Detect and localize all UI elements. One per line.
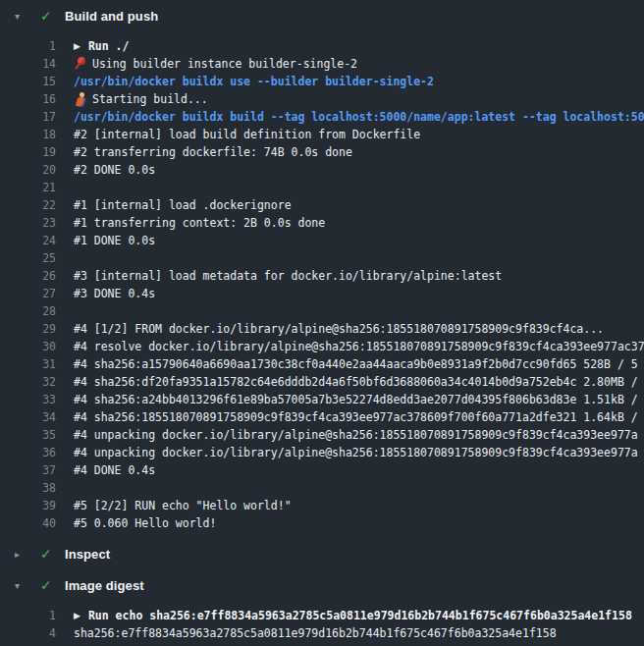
log-line: 30#4 resolve docker.io/library/alpine@sh…	[0, 338, 644, 355]
line-number[interactable]: 20	[0, 161, 74, 179]
line-number[interactable]: 36	[0, 444, 74, 461]
section-image-digest: ▾✓Image digest1▶Run echo sha256:e7ff8834…	[0, 569, 644, 646]
log-line: 20#2 DONE 0.0s	[0, 161, 644, 179]
success-check-icon: ✓	[40, 577, 54, 593]
section-header-image-digest[interactable]: ▾✓Image digest	[0, 569, 644, 601]
group-expander-icon[interactable]: ▶	[74, 37, 80, 55]
log-line: 24#1 DONE 0.0s	[0, 232, 644, 249]
line-number[interactable]: 25	[0, 249, 74, 267]
line-number[interactable]: 28	[0, 302, 74, 320]
log-line: 35#4 unpacking docker.io/library/alpine@…	[0, 426, 644, 444]
log-line: 18#2 [internal] load build definition fr…	[0, 126, 644, 143]
log-text: Run ./	[88, 37, 130, 55]
log-text: #4 resolve docker.io/library/alpine@sha2…	[74, 338, 644, 355]
log-text: sha256:e7ff8834a5963a2785c5a0811e979d16b…	[74, 624, 557, 642]
section-title: Inspect	[65, 547, 110, 562]
log-body-build-and-push: 1▶Run ./14Using builder instance builder…	[0, 31, 644, 538]
log-line: 15/usr/bin/docker buildx use --builder b…	[0, 73, 644, 90]
line-number[interactable]: 27	[0, 285, 74, 302]
log-text: #1 [internal] load .dockerignore	[74, 196, 292, 214]
section-header-inspect[interactable]: ▸✓Inspect	[0, 538, 644, 569]
line-number[interactable]: 16	[0, 90, 74, 108]
log-text: #4 sha256:df20fa9351a15782c64e6dddb2d4a6…	[74, 373, 638, 391]
line-number[interactable]: 26	[0, 267, 74, 285]
line-number[interactable]: 17	[0, 108, 74, 126]
log-text: #2 DONE 0.0s	[74, 161, 155, 179]
log-text: #2 transferring dockerfile: 74B 0.0s don…	[74, 143, 352, 161]
line-number[interactable]: 38	[0, 479, 74, 497]
log-line: 34#4 sha256:185518070891758909c9f839cf4c…	[0, 408, 644, 426]
log-text: /usr/bin/docker buildx build --tag local…	[74, 108, 644, 126]
line-number[interactable]: 29	[0, 320, 74, 338]
line-number[interactable]: 23	[0, 214, 74, 232]
log-text: #4 sha256:a24bb4013296f61e89ba57005a7b3e…	[74, 391, 638, 408]
line-number[interactable]: 14	[0, 55, 74, 73]
chevron-right-icon[interactable]: ▸	[15, 549, 27, 560]
line-number[interactable]: 1	[0, 37, 74, 55]
log-line: 1▶Run ./	[0, 37, 644, 55]
line-number[interactable]: 30	[0, 338, 74, 355]
log-text: #4 sha256:185518070891758909c9f839cf4ca3…	[74, 408, 638, 426]
line-number[interactable]: 15	[0, 73, 74, 90]
log-line: 17/usr/bin/docker buildx build --tag loc…	[0, 108, 644, 126]
log-line: 39#5 [2/2] RUN echo "Hello world!"	[0, 497, 644, 514]
line-number[interactable]: 31	[0, 355, 74, 373]
log-text: #1 DONE 0.0s	[74, 232, 155, 249]
log-line: 23#1 transferring context: 2B 0.0s done	[0, 214, 644, 232]
log-line: 1▶Run echo sha256:e7ff8834a5963a2785c5a0…	[0, 607, 644, 624]
log-line: 36#4 unpacking docker.io/library/alpine@…	[0, 444, 644, 461]
log-line: 33#4 sha256:a24bb4013296f61e89ba57005a7b…	[0, 391, 644, 408]
log-text: #4 unpacking docker.io/library/alpine@sh…	[74, 444, 638, 461]
runner-icon	[74, 92, 87, 106]
log-line: 27#3 DONE 0.4s	[0, 285, 644, 302]
log-text: #4 [1/2] FROM docker.io/library/alpine@s…	[74, 320, 604, 338]
log-line: 38	[0, 479, 644, 497]
chevron-down-icon[interactable]: ▾	[15, 11, 27, 22]
line-number[interactable]: 34	[0, 408, 74, 426]
line-number[interactable]: 37	[0, 461, 74, 479]
line-number[interactable]: 22	[0, 196, 74, 214]
log-text: #4 sha256:a15790640a6690aa1730c38cf0a440…	[74, 355, 638, 373]
line-number[interactable]: 39	[0, 497, 74, 514]
group-expander-icon[interactable]: ▶	[74, 607, 80, 624]
line-number[interactable]: 40	[0, 514, 74, 532]
log-line: 40#5 0.060 Hello world!	[0, 514, 644, 532]
log-line: 22#1 [internal] load .dockerignore	[0, 196, 644, 214]
log-line: 25	[0, 249, 644, 267]
success-check-icon: ✓	[40, 546, 54, 562]
log-text: Using builder instance builder-single-2	[92, 55, 357, 73]
log-line: 4sha256:e7ff8834a5963a2785c5a0811e979d16…	[0, 624, 644, 642]
chevron-down-icon[interactable]: ▾	[15, 580, 27, 591]
log-body-image-digest: 1▶Run echo sha256:e7ff8834a5963a2785c5a0…	[0, 601, 644, 646]
log-text: /usr/bin/docker buildx use --builder bui…	[74, 73, 434, 90]
line-number[interactable]: 18	[0, 126, 74, 143]
line-number[interactable]: 4	[0, 624, 74, 642]
log-line: 21	[0, 179, 644, 196]
line-number[interactable]: 33	[0, 391, 74, 408]
log-text: #3 DONE 0.4s	[74, 285, 155, 302]
section-build-and-push: ▾✓Build and push1▶Run ./14Using builder …	[0, 0, 644, 538]
line-number[interactable]: 19	[0, 143, 74, 161]
line-number[interactable]: 21	[0, 179, 74, 196]
log-text: #4 DONE 0.4s	[74, 461, 155, 479]
log-text: #3 [internal] load metadata for docker.i…	[74, 267, 502, 285]
log-text: #1 transferring context: 2B 0.0s done	[74, 214, 325, 232]
log-line: 28	[0, 302, 644, 320]
line-number[interactable]: 1	[0, 607, 74, 624]
actions-log-viewer: ▾✓Build and push1▶Run ./14Using builder …	[0, 0, 644, 646]
log-line: 14Using builder instance builder-single-…	[0, 55, 644, 73]
pushpin-icon	[74, 57, 87, 71]
line-number[interactable]: 24	[0, 232, 74, 249]
log-text: #4 unpacking docker.io/library/alpine@sh…	[74, 426, 638, 444]
log-text: #5 0.060 Hello world!	[74, 514, 216, 532]
log-line: 32#4 sha256:df20fa9351a15782c64e6dddb2d4…	[0, 373, 644, 391]
line-number[interactable]: 35	[0, 426, 74, 444]
log-text: Run echo sha256:e7ff8834a5963a2785c5a081…	[88, 607, 632, 624]
line-number[interactable]: 32	[0, 373, 74, 391]
section-header-build-and-push[interactable]: ▾✓Build and push	[0, 0, 644, 31]
log-line: 37#4 DONE 0.4s	[0, 461, 644, 479]
log-text: #2 [internal] load build definition from…	[74, 126, 420, 143]
section-inspect: ▸✓Inspect	[0, 538, 644, 569]
log-line: 19#2 transferring dockerfile: 74B 0.0s d…	[0, 143, 644, 161]
success-check-icon: ✓	[40, 8, 54, 24]
